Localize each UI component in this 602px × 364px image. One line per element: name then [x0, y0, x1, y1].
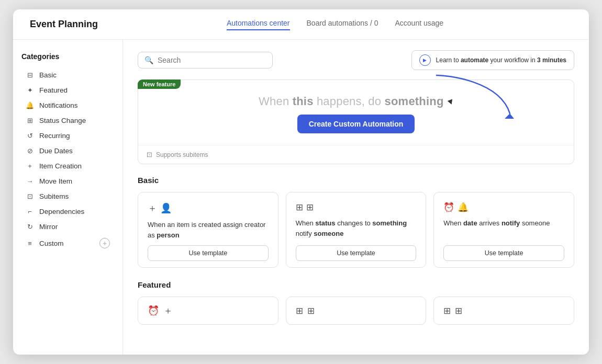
sidebar-item-label: Dependencies — [39, 208, 84, 215]
sidebar-item-status-change[interactable]: ⊞ Status Change — [21, 113, 114, 128]
new-feature-badge: New feature — [138, 79, 181, 89]
sidebar-item-item-creation[interactable]: + Item Creation — [21, 159, 114, 173]
automation-card-status-notify: ⊞ ⊞ When status changes to something not… — [286, 192, 427, 268]
featured-section-title: Featured — [138, 280, 574, 289]
main-content: Categories ⊟ Basic ✦ Featured 🔔 Notifica… — [13, 40, 589, 355]
feat-icon-2: ＋ — [163, 304, 173, 317]
sidebar-item-label: Status Change — [39, 117, 86, 124]
sidebar-item-label: Custom — [39, 240, 64, 247]
subitems-icon: ⊡ — [26, 192, 34, 200]
grid-icon-1: ⊞ — [296, 202, 303, 213]
basic-cards-grid: ＋ 👤 When an item is created assign creat… — [138, 192, 574, 268]
use-template-button-1[interactable]: Use template — [148, 245, 269, 261]
search-box[interactable]: 🔍 — [138, 52, 273, 69]
feat-icon-1: ⏰ — [148, 305, 159, 316]
sidebar-title: Categories — [21, 52, 114, 61]
custom-icon: ≡ — [26, 240, 34, 247]
sidebar-item-dependencies[interactable]: ⌐ Dependencies — [21, 204, 114, 219]
tab-automations-center[interactable]: Automations center — [227, 19, 290, 30]
create-custom-automation-button[interactable]: Create Custom Automation — [297, 115, 415, 133]
custom-auto-body: When this happens, do something Create C… — [138, 80, 574, 145]
learn-automate-button[interactable]: ▶ Learn to automate your workflow in 3 m… — [411, 50, 574, 70]
recurring-icon: ↺ — [26, 132, 34, 140]
bell-icon: 🔔 — [458, 202, 469, 213]
notification-icon: 🔔 — [26, 101, 34, 109]
feat-icon-4: ⊞ — [307, 305, 315, 316]
sidebar-item-label: Subitems — [39, 192, 69, 200]
feat-icon-5: ⊞ — [443, 305, 451, 316]
item-creation-icon: + — [26, 162, 34, 170]
custom-item-left: ≡ Custom — [26, 240, 64, 247]
featured-card-2: ⊞ ⊞ — [286, 297, 427, 325]
feat-icon-3: ⊞ — [296, 305, 303, 316]
learn-btn-text: Learn to automate your workflow in 3 min… — [436, 56, 566, 64]
arrow-svg — [431, 73, 515, 120]
sidebar-item-custom[interactable]: ≡ Custom + — [21, 235, 114, 252]
featured-card-1: ⏰ ＋ — [138, 297, 278, 325]
sidebar-item-label: Recurring — [39, 132, 70, 140]
search-row: 🔍 ▶ Learn to automate your workflow in 3… — [138, 50, 574, 70]
content-area: 🔍 ▶ Learn to automate your workflow in 3… — [123, 40, 589, 355]
sidebar-item-label: Item Creation — [39, 162, 82, 170]
sidebar-item-basic[interactable]: ⊟ Basic — [21, 68, 114, 82]
svg-marker-0 — [505, 113, 514, 119]
search-icon: 🔍 — [144, 56, 153, 64]
featured-cards-grid: ⏰ ＋ ⊞ ⊞ ⊞ ⊞ — [138, 297, 574, 325]
use-template-button-2[interactable]: Use template — [296, 245, 417, 261]
sidebar-item-label: Notifications — [39, 101, 78, 109]
subitems-icon-small: ⊡ — [147, 151, 152, 158]
grid-icon-2: ⊞ — [306, 202, 314, 213]
supports-row: ⊡ Supports subitems — [138, 145, 574, 164]
search-input[interactable] — [158, 56, 266, 64]
when-text: When this happens, do something — [259, 95, 453, 108]
card-icons: ⊞ ⊞ — [296, 202, 417, 213]
use-template-button-3[interactable]: Use template — [443, 245, 564, 261]
play-icon: ▶ — [419, 54, 431, 66]
card-text: When status changes to something notify … — [296, 218, 417, 238]
sidebar-item-move-item[interactable]: → Move Item — [21, 174, 114, 188]
sidebar-item-subitems[interactable]: ⊡ Subitems — [21, 189, 114, 203]
automation-card-create-assign: ＋ 👤 When an item is created assign creat… — [138, 192, 278, 268]
tab-board-automations[interactable]: Board automations / 0 — [307, 19, 378, 30]
sidebar-item-label: Basic — [39, 71, 57, 79]
move-item-icon: → — [26, 177, 34, 185]
featured-section: Featured ⏰ ＋ ⊞ ⊞ ⊞ ⊞ — [138, 280, 574, 325]
app-window: Event Planning Automations center Board … — [13, 9, 589, 355]
featured-icon: ✦ — [26, 86, 34, 94]
sidebar: Categories ⊟ Basic ✦ Featured 🔔 Notifica… — [13, 40, 123, 355]
featured-card-3: ⊞ ⊞ — [433, 297, 574, 325]
top-bar: Event Planning Automations center Board … — [13, 9, 589, 40]
arrow-container: Create Custom Automation — [155, 115, 557, 133]
dependencies-icon: ⌐ — [26, 208, 34, 215]
sidebar-item-label: Move Item — [39, 177, 72, 185]
sidebar-item-mirror[interactable]: ↻ Mirror — [21, 220, 114, 234]
card-text: When an item is created assign creator a… — [148, 220, 269, 240]
tab-account-usage[interactable]: Account usage — [395, 19, 444, 30]
custom-automation-card: New feature When this happens, do someth… — [138, 79, 574, 164]
sidebar-item-label: Due Dates — [39, 147, 73, 155]
basic-section-title: Basic — [138, 176, 574, 185]
plus-icon: ＋ — [148, 202, 157, 214]
sidebar-item-label: Featured — [39, 86, 68, 94]
alarm-icon: ⏰ — [443, 202, 454, 213]
app-title: Event Planning — [30, 19, 98, 30]
automation-card-date-notify: ⏰ 🔔 When date arrives notify someone Use… — [433, 192, 574, 268]
mirror-icon: ↻ — [26, 223, 34, 231]
basic-icon: ⊟ — [26, 71, 34, 79]
feat-icon-6: ⊞ — [455, 305, 462, 316]
sidebar-item-due-dates[interactable]: ⊘ Due Dates — [21, 144, 114, 158]
sidebar-item-notifications[interactable]: 🔔 Notifications — [21, 98, 114, 112]
card-icons: ⏰ 🔔 — [443, 202, 564, 213]
due-dates-icon: ⊘ — [26, 147, 34, 155]
card-text: When date arrives notify someone — [443, 218, 564, 229]
add-custom-button[interactable]: + — [99, 238, 110, 248]
card-icons: ＋ 👤 — [148, 202, 269, 214]
supports-text: Supports subitems — [156, 151, 208, 158]
person-icon: 👤 — [160, 202, 172, 214]
sidebar-item-recurring[interactable]: ↺ Recurring — [21, 129, 114, 143]
tabs-bar: Automations center Board automations / 0… — [227, 19, 443, 30]
status-icon: ⊞ — [26, 117, 34, 124]
sidebar-item-featured[interactable]: ✦ Featured — [21, 83, 114, 97]
sidebar-item-label: Mirror — [39, 223, 58, 231]
